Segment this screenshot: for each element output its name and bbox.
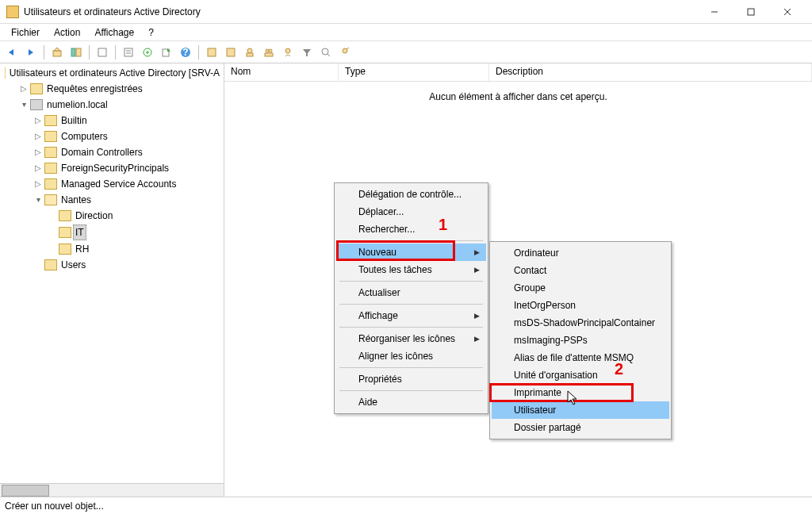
action1-icon[interactable] (203, 44, 220, 61)
ctx-label: Contact (514, 265, 546, 276)
tree-pane[interactable]: Utilisateurs et ordinateurs Active Direc… (0, 63, 224, 497)
folder-icon (44, 259, 57, 270)
column-name[interactable]: Nom (224, 63, 339, 81)
node-label: RH (73, 242, 91, 256)
new-share[interactable]: Dossier partagé (492, 419, 669, 436)
ctx-move[interactable]: Déplacer... (336, 203, 486, 221)
node-label: Nantes (59, 193, 94, 207)
app-icon (6, 6, 19, 18)
ctx-new[interactable]: Nouveau▶ (336, 244, 486, 261)
collapse-icon[interactable]: ▾ (19, 98, 29, 112)
ctx-refresh[interactable]: Actualiser (336, 284, 486, 301)
svg-rect-4 (53, 51, 61, 56)
menu-action[interactable]: Action (48, 25, 86, 40)
folder-icon (44, 131, 57, 142)
ou-icon (44, 194, 57, 205)
properties-icon[interactable] (120, 44, 137, 61)
forward-icon[interactable] (22, 44, 40, 61)
action5-icon[interactable] (279, 44, 297, 61)
up-icon[interactable] (48, 44, 66, 61)
node-label: Requêtes enregistrées (44, 82, 145, 96)
horizontal-scrollbar[interactable] (0, 483, 224, 497)
ctx-properties[interactable]: Propriétés (336, 370, 486, 388)
expand-icon[interactable]: ▷ (33, 177, 43, 191)
column-description[interactable]: Description (489, 63, 812, 81)
tree-nantes[interactable]: ▾Nantes (32, 192, 224, 208)
tree-msa[interactable]: ▷Managed Service Accounts (32, 176, 224, 192)
tree-rh[interactable]: RH (46, 241, 224, 257)
svg-point-19 (266, 49, 269, 52)
menu-help[interactable]: ? (142, 25, 160, 40)
export-icon[interactable] (158, 44, 175, 61)
action4-icon[interactable] (260, 44, 278, 61)
tree-fsp[interactable]: ▷ForeignSecurityPrincipals (32, 160, 224, 176)
tree-it[interactable]: IT (46, 224, 224, 241)
expand-icon[interactable]: ▷ (33, 145, 43, 159)
tree-dc[interactable]: ▷Domain Controllers (32, 144, 224, 160)
new-printer[interactable]: Imprimante (492, 384, 669, 401)
column-type[interactable]: Type (339, 63, 489, 81)
tree-root[interactable]: Utilisateurs et ordinateurs Active Direc… (3, 65, 224, 81)
new-group[interactable]: Groupe (492, 279, 669, 297)
action6-icon[interactable] (336, 44, 354, 61)
close-button[interactable] (769, 0, 806, 24)
node-label: ForeignSecurityPrincipals (59, 161, 171, 175)
divider (115, 45, 116, 59)
ctx-alltasks[interactable]: Toutes les tâches▶ (336, 261, 486, 278)
titlebar: Utilisateurs et ordinateurs Active Direc… (0, 0, 812, 24)
scrollbar-thumb[interactable] (2, 485, 49, 497)
separator (339, 240, 483, 241)
help-icon[interactable]: ? (177, 44, 194, 61)
new-user[interactable]: Utilisateur (492, 401, 669, 419)
tree-saved-queries[interactable]: ▷ Requêtes enregistrées (17, 81, 224, 97)
separator (339, 304, 483, 305)
tree-direction[interactable]: Direction (46, 208, 224, 224)
filter-icon[interactable] (298, 44, 316, 61)
ctx-align[interactable]: Aligner les icônes (336, 347, 486, 365)
divider (44, 45, 44, 59)
new-msmq[interactable]: Alias de file d'attente MSMQ (492, 349, 669, 366)
ou-icon (59, 244, 71, 255)
svg-point-23 (322, 48, 328, 55)
tree-computers[interactable]: ▷Computers (32, 128, 224, 144)
menu-file[interactable]: Fichier (5, 25, 46, 40)
tree-domain[interactable]: ▾ numelion.local (17, 97, 224, 113)
node-label: numelion.local (44, 98, 110, 112)
ctx-view[interactable]: Affichage▶ (336, 307, 486, 324)
minimize-button[interactable] (696, 0, 733, 24)
menu-view[interactable]: Affichage (88, 25, 140, 40)
delete-icon[interactable] (139, 44, 156, 61)
tree-users[interactable]: Users (32, 257, 224, 273)
ctx-help[interactable]: Aide (336, 393, 486, 411)
ctx-find[interactable]: Rechercher... (336, 221, 486, 238)
expand-icon[interactable]: ▷ (33, 161, 43, 175)
new-msimaging[interactable]: msImaging-PSPs (492, 332, 669, 349)
new-inetorg[interactable]: InetOrgPerson (492, 297, 669, 314)
new-contact[interactable]: Contact (492, 262, 669, 279)
ctx-arrange[interactable]: Réorganiser les icônes▶ (336, 330, 486, 347)
find-icon[interactable] (317, 44, 335, 61)
action2-icon[interactable] (222, 44, 239, 61)
action3-icon[interactable] (241, 44, 259, 61)
collapse-icon[interactable]: ▾ (33, 193, 43, 207)
tree-builtin[interactable]: ▷Builtin (32, 113, 224, 128)
new-ou[interactable]: Unité d'organisation (492, 366, 669, 384)
menubar: Fichier Action Affichage ? (0, 24, 812, 41)
context-menu: Délégation de contrôle... Déplacer... Re… (334, 182, 488, 414)
ctx-label: Actualiser (358, 287, 400, 298)
expand-icon[interactable]: ▷ (33, 113, 43, 128)
divider (198, 45, 199, 59)
ctx-delegation[interactable]: Délégation de contrôle... (336, 186, 486, 203)
cut-icon[interactable] (94, 44, 111, 61)
new-msds[interactable]: msDS-ShadowPrincipalContainer (492, 314, 669, 332)
new-computer[interactable]: Ordinateur (492, 244, 669, 262)
node-label-selected: IT (73, 224, 86, 240)
back-icon[interactable] (3, 44, 21, 61)
expand-icon[interactable]: ▷ (33, 129, 43, 144)
ctx-label: Propriétés (358, 374, 402, 385)
maximize-button[interactable] (733, 0, 769, 24)
show-hide-tree-icon[interactable] (67, 44, 85, 61)
svg-rect-16 (227, 48, 235, 56)
annotation-number-1: 1 (439, 216, 447, 234)
expand-icon[interactable]: ▷ (19, 82, 29, 96)
